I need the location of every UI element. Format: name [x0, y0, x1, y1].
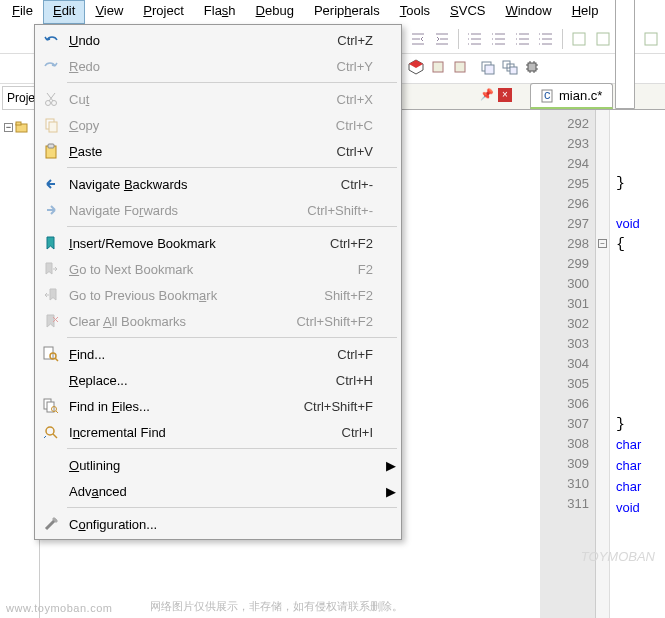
- list2-icon[interactable]: [489, 28, 509, 50]
- menu-flash[interactable]: Flash: [194, 0, 246, 24]
- stack2-icon[interactable]: [502, 59, 518, 78]
- menuitem-shortcut: Ctrl+Shift+F2: [283, 314, 383, 329]
- menuitem-shortcut: Ctrl+V: [283, 144, 383, 159]
- menuitem-copy: CopyCtrl+C: [37, 112, 399, 138]
- menu-help[interactable]: Help: [562, 0, 609, 24]
- undo-icon: [37, 32, 65, 48]
- svg-rect-9: [485, 65, 494, 74]
- svg-point-19: [46, 101, 51, 106]
- build-icon[interactable]: [408, 59, 424, 78]
- config-icon: [37, 516, 65, 532]
- box2-icon[interactable]: [593, 28, 613, 50]
- menuitem-label: Navigate Forwards: [65, 203, 283, 218]
- indent-right-icon[interactable]: [432, 28, 452, 50]
- list1-icon[interactable]: [465, 28, 485, 50]
- svg-point-20: [52, 101, 57, 106]
- project-tab[interactable]: Projec: [2, 86, 37, 110]
- submenu-arrow-icon: ▶: [383, 458, 399, 473]
- menu-tools[interactable]: Tools: [390, 0, 440, 24]
- menu-peripherals[interactable]: Peripherals: [304, 0, 390, 24]
- menuitem-incremental-find[interactable]: Incremental FindCtrl+I: [37, 419, 399, 445]
- menuitem-shortcut: Ctrl+Shift+F: [283, 399, 383, 414]
- menuitem-shortcut: Ctrl+F: [283, 347, 383, 362]
- menuitem-label: Go to Previous Bookmark: [65, 288, 283, 303]
- bookmark-add-icon: [37, 235, 65, 251]
- menuitem-label: Go to Next Bookmark: [65, 262, 283, 277]
- menuitem-insert-remove-bookmark[interactable]: Insert/Remove BookmarkCtrl+F2: [37, 230, 399, 256]
- menuitem-label: Clear All Bookmarks: [65, 314, 283, 329]
- list4-icon[interactable]: [537, 28, 557, 50]
- menuitem-shortcut: Ctrl+H: [283, 373, 383, 388]
- copy-icon: [37, 117, 65, 133]
- tab-mian-c[interactable]: c mian.c*: [530, 83, 613, 109]
- menuitem-configuration-[interactable]: Configuration...: [37, 511, 399, 537]
- svg-rect-13: [528, 63, 536, 71]
- svg-rect-7: [455, 62, 465, 72]
- svg-text:c: c: [544, 89, 551, 102]
- tab-label: mian.c*: [559, 88, 602, 103]
- menuitem-go-to-next-bookmark: Go to Next BookmarkF2: [37, 256, 399, 282]
- menuitem-outlining[interactable]: Outlining▶: [37, 452, 399, 478]
- menuitem-label: Navigate Backwards: [65, 177, 283, 192]
- line-gutter: 2922932942952962972982993003013023033043…: [540, 110, 596, 618]
- fold-toggle-icon[interactable]: −: [598, 239, 607, 248]
- list3-icon[interactable]: [513, 28, 533, 50]
- svg-rect-6: [433, 62, 443, 72]
- menu-project[interactable]: Project: [133, 0, 193, 24]
- menuitem-label: Find...: [65, 347, 283, 362]
- menu-view[interactable]: View: [85, 0, 133, 24]
- folder-icon: [15, 120, 29, 134]
- menuitem-shortcut: F2: [283, 262, 383, 277]
- nav-fwd-icon: [37, 202, 65, 218]
- menuitem-find-[interactable]: Find...Ctrl+F: [37, 341, 399, 367]
- menuitem-label: Incremental Find: [65, 425, 283, 440]
- box1-icon[interactable]: [569, 28, 589, 50]
- pin-icon[interactable]: 📌: [480, 88, 494, 102]
- menuitem-label: Insert/Remove Bookmark: [65, 236, 283, 251]
- c-file-icon: c: [541, 89, 555, 103]
- bookmark-prev-icon: [37, 287, 65, 303]
- svg-rect-12: [510, 67, 517, 74]
- menu-window[interactable]: Window: [495, 0, 561, 24]
- menuitem-label: Paste: [65, 144, 283, 159]
- menubar: FileEditViewProjectFlashDebugPeripherals…: [0, 0, 665, 24]
- svg-rect-15: [16, 122, 21, 125]
- svg-rect-24: [48, 144, 54, 148]
- find-files-icon: [37, 398, 65, 414]
- menu-separator: [67, 448, 397, 449]
- menu-file[interactable]: File: [2, 0, 43, 24]
- menu-debug[interactable]: Debug: [246, 0, 304, 24]
- menuitem-label: Find in Files...: [65, 399, 283, 414]
- menuitem-replace-[interactable]: Replace...Ctrl+H: [37, 367, 399, 393]
- close-icon[interactable]: ×: [498, 88, 512, 102]
- menuitem-shortcut: Ctrl+X: [283, 92, 383, 107]
- code-content[interactable]: } } void { A T T T T B B T } char char c…: [610, 110, 665, 618]
- menu-svcs[interactable]: SVCS: [440, 0, 495, 24]
- menuitem-shortcut: Ctrl+Y: [283, 59, 383, 74]
- menuitem-shortcut: Ctrl+I: [283, 425, 383, 440]
- menuitem-label: Advanced: [65, 484, 283, 499]
- menuitem-undo[interactable]: UndoCtrl+Z: [37, 27, 399, 53]
- build3-icon[interactable]: [452, 59, 468, 78]
- paste-icon: [37, 143, 65, 159]
- menuitem-navigate-backwards[interactable]: Navigate BackwardsCtrl+-: [37, 171, 399, 197]
- svg-rect-22: [49, 122, 57, 132]
- menuitem-advanced[interactable]: Advanced▶: [37, 478, 399, 504]
- tab-partial[interactable]: [615, 0, 635, 109]
- menuitem-paste[interactable]: PasteCtrl+V: [37, 138, 399, 164]
- menuitem-shortcut: Ctrl+-: [283, 177, 383, 192]
- file-icon: [620, 0, 665, 101]
- menu-edit[interactable]: Edit: [43, 0, 85, 24]
- stack-icon[interactable]: [480, 59, 496, 78]
- menuitem-shortcut: Ctrl+C: [283, 118, 383, 133]
- tree-minus-icon[interactable]: −: [4, 123, 13, 132]
- menu-separator: [67, 226, 397, 227]
- build2-icon[interactable]: [430, 59, 446, 78]
- chip-icon[interactable]: [524, 59, 540, 78]
- nav-back-icon: [37, 176, 65, 192]
- menuitem-navigate-forwards: Navigate ForwardsCtrl+Shift+-: [37, 197, 399, 223]
- menuitem-find-in-files-[interactable]: Find in Files...Ctrl+Shift+F: [37, 393, 399, 419]
- menuitem-cut: CutCtrl+X: [37, 86, 399, 112]
- indent-left-icon[interactable]: [408, 28, 428, 50]
- redo-icon: [37, 58, 65, 74]
